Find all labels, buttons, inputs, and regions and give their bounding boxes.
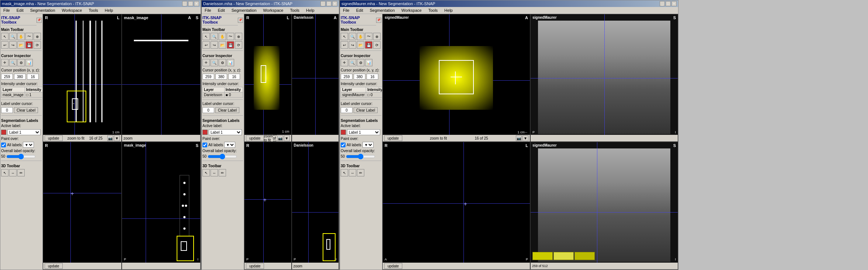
menu-segmentation-1[interactable]: Segmentation [29, 8, 57, 13]
ci-tool2-1[interactable]: 🔍 [9, 59, 17, 66]
menu-edit-1[interactable]: Edit [15, 8, 25, 13]
open-btn-3[interactable]: 📂 [357, 41, 364, 49]
vp-cam-tl-1[interactable]: 📷 [107, 135, 113, 141]
paint-over-select-2[interactable]: ▼ [224, 142, 235, 148]
cursor-z-2[interactable] [228, 74, 240, 80]
extra-tool-1[interactable]: ⊕ [34, 33, 41, 40]
open-btn-2[interactable]: 📂 [219, 41, 226, 49]
extra-tool-2[interactable]: ⊕ [235, 33, 242, 40]
clear-label-btn-1[interactable]: Clear Label [14, 107, 38, 113]
ci-tool4-3[interactable]: 📊 [365, 59, 372, 66]
menu-file-1[interactable]: File [2, 8, 11, 13]
ci-tool1-1[interactable]: ✛ [1, 59, 8, 66]
cursor-tool-1[interactable]: ↖ [1, 33, 8, 40]
zoom-tool-2[interactable]: 🔍 [211, 33, 218, 40]
snake-tool-3[interactable]: 〜 [365, 33, 372, 40]
redo-btn-1[interactable]: ↪ [9, 41, 17, 49]
viewport-bl-1[interactable]: R + update [43, 142, 122, 270]
zoom-fit-tl-3[interactable]: zoom to fit [430, 136, 447, 140]
snake-tool-1[interactable]: 〜 [25, 33, 33, 40]
viewport-br-2[interactable]: Danielsson P I zoom [292, 142, 339, 270]
cursor-tool-3[interactable]: ↖ [341, 33, 348, 40]
extra-tool-3[interactable]: ⊕ [373, 33, 381, 40]
update-btn-tl-2[interactable]: update [246, 135, 264, 141]
ci-tool1-3[interactable]: ✛ [341, 59, 348, 66]
viewport-tr-2[interactable]: Danielsson A [292, 14, 339, 142]
vp-cam-tl-2[interactable]: 📷 [277, 135, 283, 141]
menu-tools-3[interactable]: Tools [427, 8, 439, 13]
menu-edit-2[interactable]: Edit [216, 8, 226, 13]
vp-more-tl-1[interactable]: ▼ [114, 135, 120, 141]
paint-over-checkbox-1[interactable] [1, 143, 6, 147]
pan-tool-1[interactable]: ✋ [17, 33, 25, 40]
menu-edit-3[interactable]: Edit [355, 8, 365, 13]
maximize-btn-1[interactable]: □ [188, 1, 193, 6]
minimize-btn-2[interactable]: _ [320, 1, 326, 6]
clear-label-btn-3[interactable]: Clear Label [354, 107, 378, 113]
save-btn-3[interactable]: 💾 [365, 41, 372, 49]
cursor-x-1[interactable] [1, 74, 13, 80]
ci-tool3-2[interactable]: ⚙ [219, 59, 226, 66]
3d-tool2-3[interactable]: ↔ [349, 169, 356, 176]
menu-workspace-1[interactable]: Workspace [60, 8, 84, 13]
ci-tool4-2[interactable]: 📊 [227, 59, 234, 66]
minimize-btn-3[interactable]: _ [660, 1, 665, 6]
viewport-bl-3[interactable]: R L + A P update [382, 142, 530, 270]
active-label-select-2[interactable]: Label 1 [209, 129, 242, 135]
clear-label-btn-2[interactable]: Clear Label [215, 107, 239, 113]
menu-seg-3[interactable]: Segmentation [368, 8, 396, 13]
label-value-1[interactable] [1, 107, 13, 113]
save-btn-1[interactable]: 💾 [25, 41, 33, 49]
menu-help-2[interactable]: Help [305, 8, 316, 13]
toolbox-pin-1[interactable]: 📌 [37, 18, 42, 23]
active-label-select-1[interactable]: Label 1 [7, 129, 41, 135]
menu-file-2[interactable]: File [203, 8, 213, 13]
menu-tools-2[interactable]: Tools [288, 8, 301, 13]
label-value-3[interactable] [341, 107, 353, 113]
update-btn-bl-3[interactable]: update [384, 263, 402, 269]
ci-tool3-1[interactable]: ⚙ [17, 59, 25, 66]
ci-tool2-3[interactable]: 🔍 [349, 59, 356, 66]
update-btn-bl-1[interactable]: update [45, 263, 63, 269]
undo-btn-1[interactable]: ↩ [1, 41, 8, 49]
ci-tool4-1[interactable]: 📊 [25, 59, 33, 66]
opacity-slider-2[interactable] [208, 155, 237, 158]
menu-ws-3[interactable]: Workspace [400, 8, 423, 13]
cursor-tool-2[interactable]: ↖ [202, 33, 210, 40]
reset-btn-1[interactable]: ⟳ [34, 41, 41, 49]
paint-over-select-1[interactable]: ▼ [23, 142, 34, 148]
menu-file-3[interactable]: File [341, 8, 351, 13]
opacity-slider-1[interactable] [6, 155, 36, 158]
reset-btn-2[interactable]: ⟳ [235, 41, 242, 49]
menu-tools-1[interactable]: Tools [87, 8, 100, 13]
viewport-tl-1[interactable]: R L + [43, 14, 122, 142]
menu-help-1[interactable]: Help [103, 8, 115, 13]
menu-help-3[interactable]: Help [443, 8, 454, 13]
cursor-y-2[interactable] [215, 74, 227, 80]
3d-tool3-1[interactable]: ✏ [17, 169, 25, 176]
undo-btn-3[interactable]: ↩ [341, 41, 348, 49]
pan-tool-3[interactable]: ✋ [357, 33, 364, 40]
viewport-br-3[interactable]: signedMaurer S I 259 of 512 [530, 142, 678, 270]
cursor-y-1[interactable] [14, 74, 26, 80]
ci-tool3-3[interactable]: ⚙ [357, 59, 364, 66]
cursor-y-3[interactable] [354, 74, 365, 80]
minimize-btn-1[interactable]: _ [182, 1, 187, 6]
3d-tool3-2[interactable]: ✏ [219, 169, 226, 176]
close-btn-2[interactable]: × [332, 1, 337, 6]
vp-cam-tl-3[interactable]: 📷 [516, 135, 522, 141]
paint-over-select-3[interactable]: ▼ [362, 142, 374, 148]
maximize-btn-3[interactable]: □ [666, 1, 671, 6]
3d-tool1-2[interactable]: ↖ [202, 169, 210, 176]
zoom-fit-tl-1[interactable]: zoom to fit [67, 136, 84, 140]
paint-over-checkbox-2[interactable] [202, 143, 207, 147]
viewport-tr-3[interactable]: signedMaurer S P I [530, 14, 678, 142]
cursor-z-3[interactable] [367, 74, 378, 80]
zoom-tool-3[interactable]: 🔍 [349, 33, 356, 40]
undo-btn-2[interactable]: ↩ [202, 41, 210, 49]
3d-tool2-1[interactable]: ↔ [9, 169, 17, 176]
3d-tool1-1[interactable]: ↖ [1, 169, 8, 176]
update-btn-bl-2[interactable]: update [246, 263, 264, 269]
cursor-x-3[interactable] [341, 74, 353, 80]
menu-seg-2[interactable]: Segmentation [230, 8, 258, 13]
